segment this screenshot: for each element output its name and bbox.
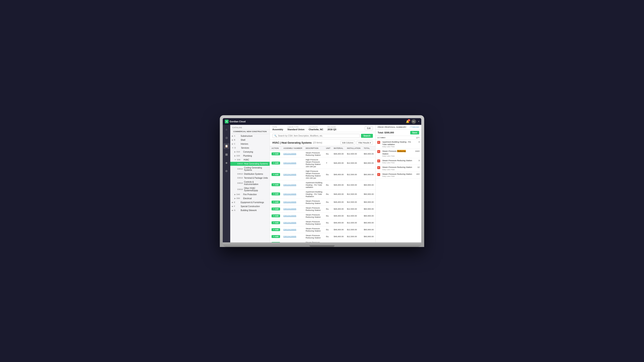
- add-item-button[interactable]: + Add: [272, 152, 280, 155]
- table-row: + Add D30104100005 Apartment Building He…: [270, 189, 376, 199]
- tree-item-D3010-other[interactable]: D3010 Other HVAC Systems/Equip: [230, 186, 270, 193]
- tree-item-E[interactable]: ▶ E Equipment & Furnishings: [230, 201, 270, 204]
- installation-cell: $12,500.00: [345, 180, 362, 189]
- description-cell: High Pressure Steam Pressure Reducing St…: [304, 157, 324, 169]
- tree-item-C[interactable]: ▶ C Interiors: [230, 142, 270, 146]
- tree-item-D3010-cooling[interactable]: D3010 Cooling Generating Systems: [230, 166, 270, 172]
- add-item-button[interactable]: + Add: [272, 183, 280, 186]
- edit-columns-button[interactable]: Edit Columns: [340, 141, 355, 145]
- add-item-button[interactable]: + Add: [272, 235, 280, 238]
- fullscreen-button[interactable]: ⤢ Fullscreen: [410, 126, 419, 128]
- config-location: LOCATION Charlotte, NC: [309, 126, 323, 131]
- assembly-number-link[interactable]: D30104100005: [284, 193, 296, 195]
- material-cell: $48,400.00: [332, 219, 345, 226]
- tree-item-D30[interactable]: ▼ D30 HVAC: [230, 158, 270, 162]
- unit-cell: Ea.: [324, 219, 332, 226]
- settings-icon[interactable]: ⚙: [224, 168, 230, 174]
- price-item-name: Apartment Building Heating - Fin Tube ra…: [382, 141, 412, 146]
- tree-item-D[interactable]: ▼ D Services: [230, 146, 270, 150]
- unit-cell: Ea.: [324, 150, 332, 157]
- price-item-info: Steam Pressure Reducing Station Daily La…: [382, 166, 412, 170]
- add-item-button[interactable]: + Add: [272, 221, 280, 224]
- price-item-sub: Daily Labor Rate: [382, 155, 412, 157]
- filter-results-button[interactable]: Filter Results ▾: [356, 141, 373, 145]
- total-cell: $60,900.00: [362, 180, 376, 189]
- installation-cell: $12,500.00: [345, 240, 362, 242]
- installation-cell: $12,500.00: [345, 212, 362, 219]
- unit-cell: Ea.: [324, 199, 332, 206]
- unit-cell: Ea.: [324, 226, 332, 233]
- price-item-qty: 3: [413, 141, 420, 143]
- search-button[interactable]: Search: [361, 134, 373, 138]
- results-actions: Edit Columns Filter Results ▾: [340, 141, 373, 145]
- save-button[interactable]: Save: [410, 131, 419, 134]
- avatar-chevron[interactable]: ▾: [418, 120, 419, 123]
- search-input[interactable]: [278, 135, 358, 137]
- tree-item-D3010-heat[interactable]: D3010 Heat Generating Systems: [230, 162, 270, 166]
- add-item-button[interactable]: + Add: [272, 193, 280, 196]
- assembly-number-link[interactable]: D30104100005: [284, 236, 296, 238]
- delete-item-button[interactable]: ✕: [377, 141, 380, 144]
- grid-icon[interactable]: ▦: [224, 151, 230, 157]
- assembly-number-link[interactable]: D30104100005: [284, 162, 296, 164]
- edit-config-button[interactable]: Edit: [365, 126, 373, 130]
- tree-item-G[interactable]: ▶ G Building Sitework: [230, 208, 270, 212]
- search-input-icon: 🔍: [274, 135, 277, 137]
- add-item-button[interactable]: + Add: [272, 228, 280, 231]
- price-panel: PRICE PROPOSAL SUMMARY ⤢ Fullscreen Tota…: [376, 125, 421, 242]
- tree-item-F[interactable]: ▶ F Special Construction: [230, 204, 270, 208]
- chevron-right-icon: ▶: [232, 139, 233, 141]
- delete-item-button[interactable]: ✕: [377, 173, 380, 176]
- tree-item-B[interactable]: ▶ B Shell: [230, 138, 270, 142]
- assembly-number-link[interactable]: D30104100005: [284, 208, 296, 210]
- table-row: + Add D30104100005 Apartment Building He…: [270, 180, 376, 189]
- brand: G Gordian Cloud: [225, 120, 246, 123]
- add-item-button[interactable]: + Add: [272, 173, 280, 176]
- total-cell: $60,900.00: [362, 206, 376, 212]
- add-item-button[interactable]: + Add: [272, 201, 280, 204]
- installation-cell: $12,500.00: [345, 157, 362, 169]
- delete-item-button[interactable]: ✕: [377, 166, 380, 169]
- search-icon[interactable]: ◎: [224, 135, 230, 141]
- home-icon[interactable]: ⌂: [224, 126, 230, 132]
- description-cell: Steam Pressure Reducing Station: [304, 199, 324, 206]
- price-item: ✕ Steam Pressure Reducing Station Daily …: [376, 172, 421, 178]
- assembly-number-link[interactable]: D30104100005: [284, 184, 296, 186]
- assembly-number-link[interactable]: D30104100005: [284, 222, 296, 224]
- add-item-button[interactable]: + Add: [272, 242, 280, 242]
- user-avatar[interactable]: KL: [412, 119, 416, 124]
- assembly-number-link[interactable]: D30104100005: [284, 215, 296, 217]
- catalog-icon[interactable]: 📋: [224, 143, 230, 149]
- add-item-button[interactable]: + Add: [272, 161, 280, 164]
- delete-item-button[interactable]: ✕: [377, 159, 380, 162]
- tree-item-D3010-distribution[interactable]: D3010 Distribution Systems: [230, 172, 270, 176]
- description-cell: High Pressure Steam Pressure Reducing St…: [304, 169, 324, 180]
- assembly-number-link[interactable]: D30104100005: [284, 153, 296, 155]
- price-item-info: Steam Pressure Reducing Station Daily La…: [382, 173, 412, 177]
- description-cell: Apartment Building Heating - Fin Tube Ra…: [304, 189, 324, 199]
- assembly-number-link[interactable]: D30104100005: [284, 229, 296, 231]
- tree-item-D3010-terminal[interactable]: D3010 Terminal & Package Units: [230, 176, 270, 180]
- assembly-number-link[interactable]: D30104100005: [284, 201, 296, 203]
- tree-item-D20[interactable]: ▶ D20 Plumbing: [230, 154, 270, 158]
- total-cell: $60,900.00: [362, 226, 376, 233]
- chevron-right-icon: ▶: [234, 194, 236, 196]
- installation-cell: $12,500.00: [345, 233, 362, 240]
- tree-item-D3010-controls[interactable]: D3010 Controls & Instrumentation: [230, 180, 270, 186]
- installation-cell: $12,500.00: [345, 206, 362, 212]
- assembly-number-link[interactable]: D30104100005: [284, 173, 296, 175]
- tree-item-D40[interactable]: ▶ D40 Fire Protection: [230, 193, 270, 197]
- installation-cell: $12,500.00: [345, 169, 362, 180]
- tree-item-D10[interactable]: ▶ D10 Conveying: [230, 150, 270, 154]
- delete-item-button[interactable]: ✕: [377, 150, 380, 153]
- price-item-info: Apartment Building Heating - Fin Tube ra…: [382, 141, 412, 148]
- fullscreen-icon: ⤢: [410, 126, 411, 128]
- add-item-button[interactable]: + Add: [272, 214, 280, 217]
- table-row: + Add D30104100005 Steam Pressure Reduci…: [270, 199, 376, 206]
- tree-item-A[interactable]: ▶ A Substructure: [230, 134, 270, 138]
- tree-item-D50[interactable]: ▶ D50 Electrical: [230, 197, 270, 201]
- add-item-button[interactable]: + Add: [272, 208, 280, 211]
- tag-icon[interactable]: ◈: [224, 160, 230, 166]
- notifications-button[interactable]: 🔔 2: [406, 120, 410, 123]
- results-title: HVAC | Heat Generating Systems: [272, 141, 312, 144]
